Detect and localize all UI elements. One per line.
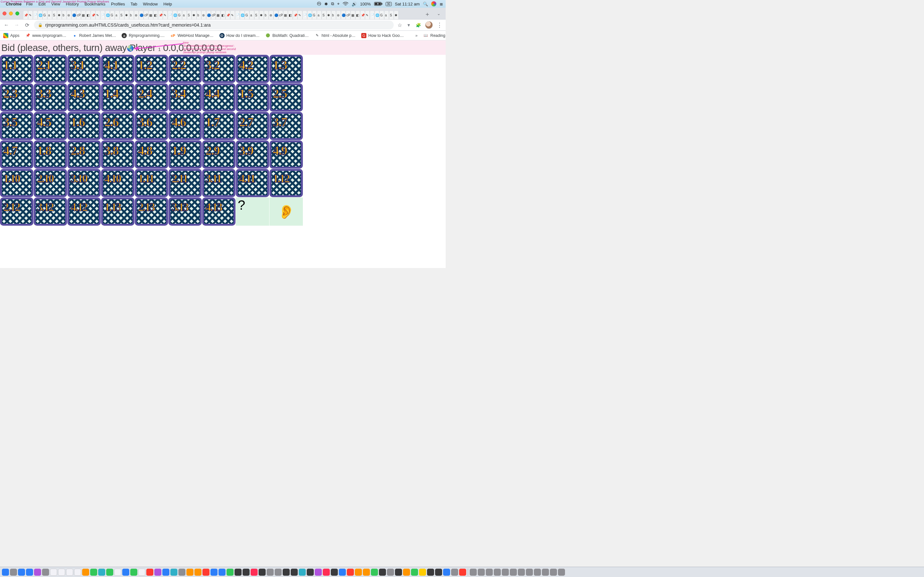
memory-card[interactable]: 4.1: [101, 55, 134, 83]
memory-card[interactable]: 3.6: [135, 112, 168, 140]
bookmark-rjmprog[interactable]: aRjmprogramming.…: [121, 33, 165, 38]
memory-card[interactable]: 4.11: [236, 169, 269, 197]
spotlight-icon[interactable]: 🔍: [423, 2, 428, 6]
bookmark-robert[interactable]: ●Robert James Met…: [72, 33, 116, 38]
browser-tab[interactable]: ◧: [221, 11, 226, 19]
browser-tab[interactable]: ✎: [230, 11, 235, 19]
memory-card[interactable]: 2.6: [101, 112, 134, 140]
browser-tab[interactable]: ✱: [192, 11, 197, 19]
browser-tab[interactable]: b: [264, 11, 269, 19]
browser-tab[interactable]: b: [331, 11, 336, 19]
close-window-button[interactable]: [3, 11, 6, 15]
memory-card[interactable]: 2.8: [67, 140, 101, 169]
tab-overflow-button[interactable]: ⌄: [435, 10, 443, 17]
browser-tab[interactable]: cP: [278, 11, 283, 19]
bookmark-overflow[interactable]: »: [415, 33, 417, 38]
date-icon[interactable]: 30: [386, 2, 392, 6]
browser-tab[interactable]: S: [120, 11, 124, 19]
browser-tab[interactable]: G: [312, 11, 317, 19]
bookmark-rjm[interactable]: 📌www.rjmprogram…: [25, 33, 66, 38]
browser-tab[interactable]: ✱: [57, 11, 62, 19]
browser-tab[interactable]: S: [52, 11, 57, 19]
browser-tab[interactable]: ◧: [153, 11, 158, 19]
browser-tab[interactable]: ⊜: [202, 11, 206, 19]
memory-card[interactable]: 1.5: [236, 83, 269, 111]
browser-tab[interactable]: ✎: [28, 11, 33, 19]
browser-tab[interactable]: 🔵: [139, 11, 144, 19]
new-tab-button[interactable]: ＋: [423, 10, 432, 19]
browser-tab[interactable]: ✱: [326, 11, 331, 19]
memory-card[interactable]: 4.4: [202, 83, 236, 111]
memory-card[interactable]: 1.7: [202, 112, 236, 140]
browser-tab[interactable]: b: [197, 11, 202, 19]
battery-icon[interactable]: [374, 2, 383, 6]
memory-card[interactable]: 2.9: [202, 140, 236, 169]
memory-card[interactable]: 2.12: [0, 197, 33, 226]
browser-tab[interactable]: ⊜: [134, 11, 139, 19]
memory-card[interactable]: 1.3: [270, 55, 303, 83]
browser-tab[interactable]: ◧: [355, 11, 360, 19]
browser-tab[interactable]: G: [110, 11, 115, 19]
memory-card[interactable]: 1.2: [135, 55, 168, 83]
browser-tab[interactable]: ▦: [216, 11, 221, 19]
evernote-icon[interactable]: ⓜ: [317, 1, 321, 7]
browser-tab[interactable]: 📄: [33, 11, 38, 19]
bookmark-absolute[interactable]: ✎html - Absolute p…: [314, 33, 355, 38]
browser-tab[interactable]: cP: [144, 11, 149, 19]
memory-card[interactable]: 4.8: [135, 140, 168, 169]
browser-tab[interactable]: 🌐: [307, 11, 312, 19]
browser-tab[interactable]: ◧: [288, 11, 293, 19]
memory-card[interactable]: 3.12: [34, 197, 67, 226]
volume-icon[interactable]: 🔊: [352, 2, 357, 6]
back-button[interactable]: ←: [3, 22, 10, 28]
memory-card[interactable]: 1.6: [67, 112, 101, 140]
memory-card[interactable]: 1.13: [101, 197, 134, 226]
forward-button[interactable]: →: [13, 22, 20, 28]
memory-card[interactable]: 2.3: [0, 83, 33, 111]
browser-tab[interactable]: ▦: [81, 11, 86, 19]
memory-card[interactable]: 4.10: [101, 169, 134, 197]
browser-tab[interactable]: ⊜: [336, 11, 341, 19]
browser-tab[interactable]: ✎: [365, 11, 370, 19]
clock[interactable]: Sat 11:12 am: [395, 2, 420, 6]
memory-card[interactable]: 2.11: [168, 169, 202, 197]
browser-tab[interactable]: S: [389, 11, 394, 19]
profile-avatar[interactable]: [425, 21, 433, 29]
browser-tab[interactable]: ⊜: [269, 11, 274, 19]
browser-tab[interactable]: ✱: [259, 11, 264, 19]
browser-tab[interactable]: 📌: [226, 11, 230, 19]
memory-card[interactable]: 3.8: [101, 140, 134, 169]
menu-help[interactable]: Help: [163, 2, 172, 6]
menu-profiles[interactable]: Profiles: [111, 2, 125, 6]
minimize-window-button[interactable]: [9, 11, 13, 15]
bookmark-star-button[interactable]: ☆: [397, 22, 402, 28]
browser-tab[interactable]: 🔵: [206, 11, 211, 19]
browser-tab[interactable]: 📌: [293, 11, 298, 19]
bookmark-stream[interactable]: ⊜How do I stream…: [220, 33, 260, 38]
memory-card[interactable]: 4.12: [67, 197, 101, 226]
browser-tab[interactable]: ▦: [351, 11, 355, 19]
browser-tab[interactable]: 🔵: [341, 11, 346, 19]
memory-card[interactable]: 3.9: [236, 140, 269, 169]
browser-tab[interactable]: ⊜: [67, 11, 71, 19]
control-center-icon[interactable]: ≣: [439, 2, 443, 6]
memory-card[interactable]: 1.9: [168, 140, 202, 169]
browser-tab[interactable]: S: [322, 11, 326, 19]
memory-card[interactable]: 3.1: [67, 55, 101, 83]
browser-tab[interactable]: 📄: [100, 11, 105, 19]
screen-mirror-icon[interactable]: ⧉: [331, 1, 334, 6]
browser-tab[interactable]: a: [317, 11, 322, 19]
memory-card[interactable]: 1.1: [0, 55, 33, 83]
browser-tab[interactable]: a: [47, 11, 52, 19]
browser-tab[interactable]: cP: [76, 11, 81, 19]
memory-card[interactable]: 4.2: [236, 55, 269, 83]
browser-tab[interactable]: 📄: [235, 11, 240, 19]
browser-tab[interactable]: 🌐: [38, 11, 43, 19]
browser-tab[interactable]: 📄: [168, 11, 173, 19]
browser-tab[interactable]: 📌: [23, 11, 28, 19]
memory-card[interactable]: 4.3: [67, 83, 101, 111]
browser-tab[interactable]: 📌: [158, 11, 163, 19]
browser-tab[interactable]: S: [187, 11, 192, 19]
menu-tab[interactable]: Tab: [131, 2, 137, 6]
browser-tab[interactable]: ✱: [124, 11, 129, 19]
